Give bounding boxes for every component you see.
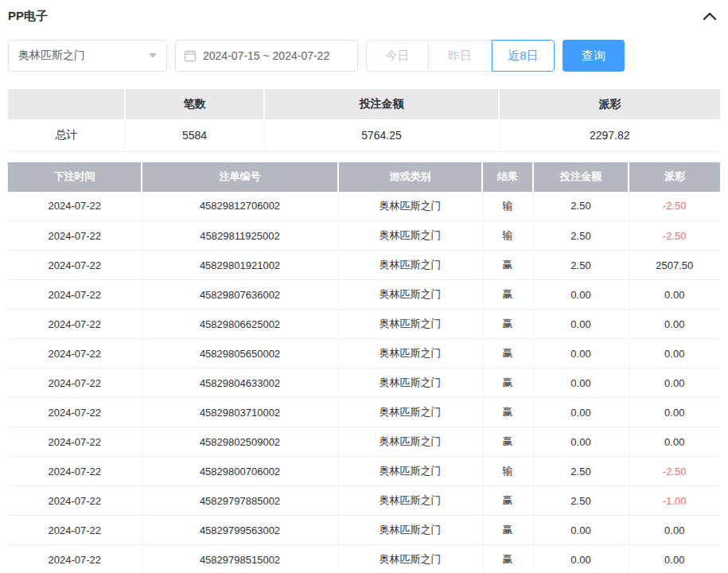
table-cell: 奥林匹斯之门: [338, 398, 482, 427]
table-row: 2024-07-2245829803710002奥林匹斯之门赢0.000.00: [8, 398, 720, 427]
table-cell: 0.00: [629, 398, 720, 427]
table-cell: 0.00: [533, 339, 629, 368]
chevron-up-icon: [703, 11, 717, 21]
panel-header: PP电子: [8, 0, 720, 32]
summary-total-payout: 2297.82: [499, 119, 720, 151]
date-range-picker[interactable]: 2024-07-15 ~ 2024-07-22: [175, 40, 358, 72]
table-cell: 0.00: [533, 545, 629, 573]
bet-table-header-row: 下注时间 注单编号 游戏类别 结果 投注金额 派彩: [8, 162, 720, 192]
table-cell: 45829803710002: [142, 398, 338, 427]
table-row: 2024-07-2245829800706002奥林匹斯之门输2.50-2.50: [8, 457, 720, 486]
table-cell: 奥林匹斯之门: [338, 221, 482, 251]
table-cell: 45829797885002: [142, 486, 338, 516]
table-row: 2024-07-2245829805650002奥林匹斯之门赢0.000.00: [8, 339, 720, 368]
table-cell: 赢: [482, 398, 533, 427]
summary-total-count: 5584: [125, 119, 264, 151]
table-cell: -2.50: [629, 192, 720, 221]
table-cell: 0.00: [629, 339, 720, 368]
summary-header-bet-amount: 投注金额: [264, 89, 499, 119]
table-cell: 奥林匹斯之门: [338, 310, 482, 339]
table-cell: 奥林匹斯之门: [338, 192, 482, 221]
table-row: 2024-07-2245829806625002奥林匹斯之门赢0.000.00: [8, 310, 720, 339]
table-cell: 2024-07-22: [8, 457, 142, 486]
table-cell: -1.00: [629, 486, 720, 516]
table-row: 2024-07-2245829798515002奥林匹斯之门赢0.000.00: [8, 545, 720, 573]
summary-table: 笔数 投注金额 派彩 总计 5584 5764.25 2297.82: [8, 89, 720, 152]
table-row: 2024-07-2245829801921002奥林匹斯之门赢2.502507.…: [8, 251, 720, 280]
table-cell: 0.00: [629, 427, 720, 457]
search-button[interactable]: 查询: [563, 40, 625, 72]
table-cell: 奥林匹斯之门: [338, 280, 482, 310]
summary-total-row: 总计 5584 5764.25 2297.82: [8, 119, 720, 151]
table-cell: 奥林匹斯之门: [338, 486, 482, 516]
table-cell: 45829799563002: [142, 516, 338, 545]
table-cell: 2024-07-22: [8, 516, 142, 545]
table-cell: 0.00: [533, 280, 629, 310]
page-title: PP电子: [8, 9, 48, 24]
quick-today-button[interactable]: 今日: [366, 40, 429, 72]
table-cell: 赢: [482, 427, 533, 457]
summary-total-label: 总计: [8, 119, 125, 151]
table-cell: 赢: [482, 368, 533, 398]
summary-header-payout: 派彩: [499, 89, 720, 119]
table-cell: -2.50: [629, 457, 720, 486]
table-row: 2024-07-2245829807636002奥林匹斯之门赢0.000.00: [8, 280, 720, 310]
chevron-down-icon: [149, 53, 157, 58]
table-cell: 2.50: [533, 486, 629, 516]
bet-table-body: 2024-07-2245829812706002奥林匹斯之门输2.50-2.50…: [8, 192, 720, 573]
table-cell: 2.50: [533, 221, 629, 251]
table-cell: 45829811925002: [142, 221, 338, 251]
table-cell: 赢: [482, 339, 533, 368]
header-result: 结果: [482, 162, 533, 192]
header-bet-amount: 投注金额: [533, 162, 629, 192]
table-cell: 2.50: [533, 457, 629, 486]
bet-records-table: 下注时间 注单编号 游戏类别 结果 投注金额 派彩 2024-07-224582…: [8, 162, 720, 573]
table-cell: 赢: [482, 545, 533, 573]
table-cell: 2024-07-22: [8, 280, 142, 310]
header-bet-time: 下注时间: [8, 162, 142, 192]
quick-last8days-button[interactable]: 近8日: [492, 40, 555, 72]
calendar-icon: [184, 49, 197, 62]
table-cell: 奥林匹斯之门: [338, 339, 482, 368]
table-cell: 赢: [482, 310, 533, 339]
table-cell: 2024-07-22: [8, 368, 142, 398]
table-cell: 2024-07-22: [8, 310, 142, 339]
table-cell: 输: [482, 192, 533, 221]
table-cell: 0.00: [533, 398, 629, 427]
table-cell: 45829804633002: [142, 368, 338, 398]
table-cell: 2024-07-22: [8, 545, 142, 573]
header-game-category: 游戏类别: [338, 162, 482, 192]
summary-header-count: 笔数: [125, 89, 264, 119]
table-cell: 0.00: [629, 368, 720, 398]
quick-yesterday-button[interactable]: 昨日: [429, 40, 492, 72]
table-cell: 奥林匹斯之门: [338, 368, 482, 398]
table-cell: 45829806625002: [142, 310, 338, 339]
game-select-value: 奥林匹斯之门: [18, 49, 85, 63]
table-row: 2024-07-2245829812706002奥林匹斯之门输2.50-2.50: [8, 192, 720, 221]
table-cell: 2.50: [533, 192, 629, 221]
header-order-number: 注单编号: [142, 162, 338, 192]
table-cell: 2024-07-22: [8, 398, 142, 427]
table-row: 2024-07-2245829799563002奥林匹斯之门赢0.000.00: [8, 516, 720, 545]
table-cell: -2.50: [629, 221, 720, 251]
filter-bar: 奥林匹斯之门 2024-07-15 ~ 2024-07-22 今日 昨日 近8日…: [8, 40, 720, 72]
table-cell: 0.00: [629, 310, 720, 339]
table-cell: 2024-07-22: [8, 221, 142, 251]
date-range-value: 2024-07-15 ~ 2024-07-22: [203, 49, 329, 62]
table-row: 2024-07-2245829797885002奥林匹斯之门赢2.50-1.00: [8, 486, 720, 516]
table-cell: 45829805650002: [142, 339, 338, 368]
collapse-panel-button[interactable]: [699, 8, 720, 24]
summary-header-blank: [8, 89, 125, 119]
table-cell: 2024-07-22: [8, 339, 142, 368]
table-cell: 奥林匹斯之门: [338, 516, 482, 545]
table-cell: 赢: [482, 251, 533, 280]
table-cell: 奥林匹斯之门: [338, 457, 482, 486]
table-cell: 0.00: [629, 545, 720, 573]
game-select[interactable]: 奥林匹斯之门: [8, 40, 167, 72]
table-cell: 45829802509002: [142, 427, 338, 457]
table-cell: 奥林匹斯之门: [338, 427, 482, 457]
table-cell: 0.00: [533, 427, 629, 457]
table-cell: 0.00: [533, 516, 629, 545]
header-payout: 派彩: [629, 162, 720, 192]
table-cell: 45829812706002: [142, 192, 338, 221]
